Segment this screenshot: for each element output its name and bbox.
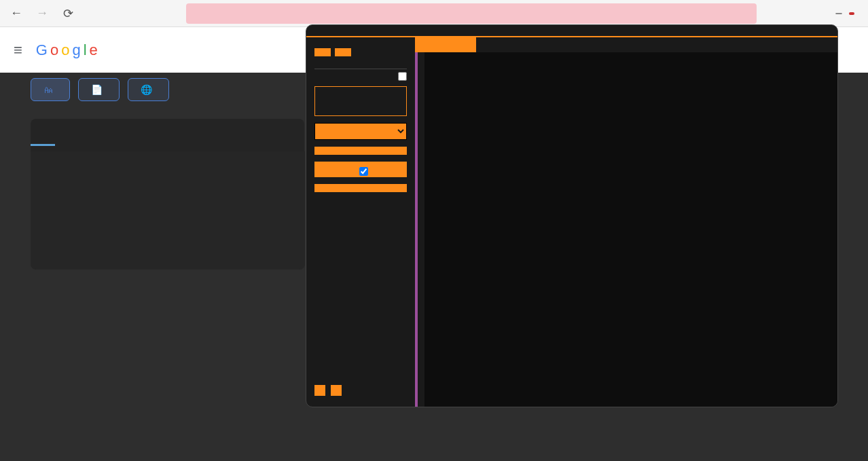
auto-checkbox[interactable] [359, 167, 368, 176]
tab-french[interactable] [104, 126, 128, 145]
back-button[interactable] [314, 48, 331, 56]
matching-pages-select[interactable] [314, 123, 407, 140]
remove-manip-button[interactable] [314, 162, 407, 177]
browser-toolbar: ← → ⟳ [0, 0, 868, 27]
gt-menu-icon[interactable]: ≡ [14, 41, 22, 59]
code-lines[interactable] [424, 52, 837, 407]
reload-nav-icon[interactable]: ⟳ [58, 4, 77, 23]
editor-sidebar [306, 37, 415, 407]
forward-nav-icon[interactable]: → [33, 4, 52, 23]
zoom-out-button[interactable] [314, 385, 325, 396]
extension-badge[interactable] [849, 12, 854, 15]
code-editor[interactable] [415, 52, 837, 407]
chip-text[interactable]: 🗛 [31, 78, 70, 101]
address-bar[interactable] [186, 3, 757, 24]
reload-button[interactable] [335, 48, 351, 56]
code-area [415, 37, 837, 407]
gt-mode-chips: 🗛 📄 🌐 [31, 78, 169, 101]
pocket-icon[interactable] [835, 13, 842, 14]
gt-lang-tabs [31, 119, 304, 151]
gt-input-panel[interactable] [31, 151, 305, 270]
page-editor-panel [306, 24, 838, 407]
update-manip-button[interactable] [314, 147, 407, 155]
back-nav-icon[interactable]: ← [7, 4, 26, 23]
documents-icon: 📄 [91, 84, 103, 95]
file-tab[interactable] [415, 37, 476, 52]
chip-websites[interactable]: 🌐 [128, 78, 169, 101]
active-checkbox[interactable] [398, 72, 407, 81]
tab-spanish[interactable] [79, 126, 104, 145]
google-translate-logo[interactable]: Google [36, 41, 101, 59]
delete-button[interactable] [314, 184, 407, 192]
tab-english[interactable] [55, 126, 79, 145]
text-icon: 🗛 [43, 84, 53, 95]
websites-icon: 🌐 [141, 84, 152, 95]
tab-detect-language[interactable] [31, 125, 55, 146]
editor-title [306, 25, 837, 37]
zoom-in-button[interactable] [331, 385, 342, 396]
line-gutter [415, 52, 424, 407]
active-websites-input[interactable] [314, 86, 407, 116]
chip-documents[interactable]: 📄 [78, 78, 120, 101]
